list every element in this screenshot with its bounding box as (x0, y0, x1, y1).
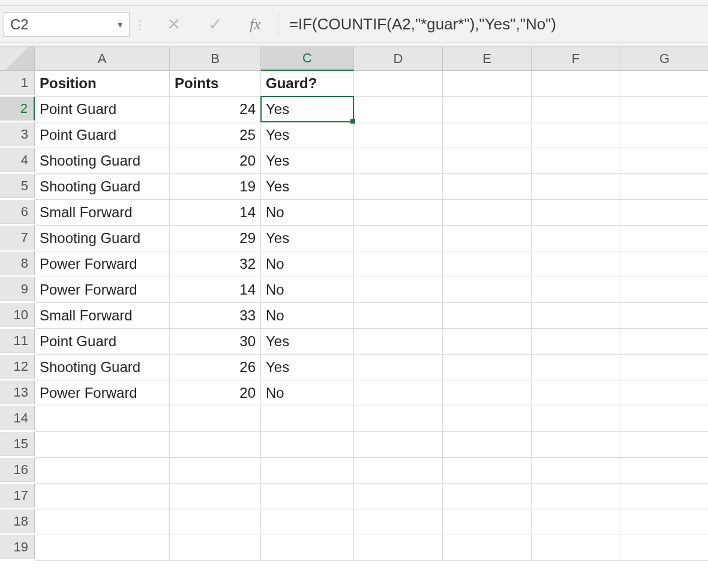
cell-C4[interactable]: Yes (261, 148, 354, 174)
cell-C3[interactable]: Yes (261, 122, 354, 148)
cell-B2[interactable]: 24 (170, 97, 261, 122)
row-header-14[interactable]: 14 (0, 406, 35, 430)
cell-F14[interactable] (532, 406, 620, 432)
row-header-4[interactable]: 4 (0, 148, 35, 172)
column-header-C[interactable]: C (261, 47, 354, 71)
row-header-13[interactable]: 13 (0, 380, 35, 404)
cell-C19[interactable] (261, 535, 354, 561)
cell-G6[interactable] (620, 200, 708, 226)
accept-formula-button[interactable]: ✓ (208, 14, 222, 34)
cell-B17[interactable] (170, 484, 261, 509)
cell-C18[interactable] (261, 509, 354, 535)
column-header-D[interactable]: D (354, 47, 443, 71)
cell-E1[interactable] (443, 71, 532, 97)
cell-C2[interactable]: Yes (261, 97, 354, 122)
row-header-15[interactable]: 15 (0, 432, 35, 456)
cell-C12[interactable]: Yes (261, 355, 354, 380)
cell-B10[interactable]: 33 (170, 303, 261, 329)
cell-C14[interactable] (261, 406, 354, 432)
row-header-8[interactable]: 8 (0, 251, 35, 275)
cell-E9[interactable] (443, 277, 532, 303)
chevron-down-icon[interactable]: ▼ (116, 20, 124, 29)
cell-D1[interactable] (354, 71, 443, 97)
cell-A7[interactable]: Shooting Guard (35, 226, 170, 251)
cell-F5[interactable] (532, 174, 620, 200)
cell-B9[interactable]: 14 (170, 277, 261, 303)
cell-C8[interactable]: No (261, 251, 354, 277)
cell-B11[interactable]: 30 (170, 329, 261, 355)
select-all-corner[interactable] (0, 47, 35, 71)
column-header-E[interactable]: E (443, 47, 532, 71)
cell-E4[interactable] (443, 148, 532, 174)
row-header-5[interactable]: 5 (0, 174, 35, 198)
row-header-6[interactable]: 6 (0, 200, 35, 224)
cell-A10[interactable]: Small Forward (35, 303, 170, 329)
cell-G10[interactable] (620, 303, 708, 329)
cell-G7[interactable] (620, 226, 708, 251)
cell-A6[interactable]: Small Forward (35, 200, 170, 226)
cell-A11[interactable]: Point Guard (35, 329, 170, 355)
cell-F16[interactable] (532, 458, 620, 484)
cell-B7[interactable]: 29 (170, 226, 261, 251)
cell-D11[interactable] (354, 329, 443, 355)
cell-C16[interactable] (261, 458, 354, 484)
cell-F1[interactable] (532, 71, 620, 97)
cell-A13[interactable]: Power Forward (35, 380, 170, 406)
cell-A4[interactable]: Shooting Guard (35, 148, 170, 174)
cell-D2[interactable] (354, 97, 443, 122)
cell-G14[interactable] (620, 406, 708, 432)
cell-B14[interactable] (170, 406, 261, 432)
cell-C9[interactable]: No (261, 277, 354, 303)
cell-C11[interactable]: Yes (261, 329, 354, 355)
cell-B12[interactable]: 26 (170, 355, 261, 380)
row-header-10[interactable]: 10 (0, 303, 35, 327)
cell-D13[interactable] (354, 380, 443, 406)
cell-D16[interactable] (354, 458, 443, 484)
name-box[interactable]: C2 ▼ (4, 12, 130, 37)
cell-A8[interactable]: Power Forward (35, 251, 170, 277)
cell-D3[interactable] (354, 122, 443, 148)
cell-D18[interactable] (354, 509, 443, 535)
insert-function-button[interactable]: fx (250, 16, 261, 34)
row-header-19[interactable]: 19 (0, 535, 35, 559)
row-header-12[interactable]: 12 (0, 355, 35, 379)
cell-F17[interactable] (532, 484, 620, 509)
cell-F10[interactable] (532, 303, 620, 329)
cell-B13[interactable]: 20 (170, 380, 261, 406)
cell-F12[interactable] (532, 355, 620, 380)
row-header-17[interactable]: 17 (0, 484, 35, 508)
cell-B5[interactable]: 19 (170, 174, 261, 200)
column-header-A[interactable]: A (35, 47, 170, 71)
cell-E8[interactable] (443, 251, 532, 277)
cell-E13[interactable] (443, 380, 532, 406)
row-header-3[interactable]: 3 (0, 122, 35, 146)
cell-G19[interactable] (620, 535, 708, 561)
cell-E19[interactable] (443, 535, 532, 561)
column-header-G[interactable]: G (620, 47, 708, 71)
cell-D12[interactable] (354, 355, 443, 380)
cell-B3[interactable]: 25 (170, 122, 261, 148)
row-header-18[interactable]: 18 (0, 509, 35, 533)
cell-D19[interactable] (354, 535, 443, 561)
cell-E11[interactable] (443, 329, 532, 355)
cell-E3[interactable] (443, 122, 532, 148)
cell-G9[interactable] (620, 277, 708, 303)
cell-E15[interactable] (443, 432, 532, 458)
column-header-F[interactable]: F (532, 47, 620, 71)
cell-C10[interactable]: No (261, 303, 354, 329)
cell-G11[interactable] (620, 329, 708, 355)
cell-C15[interactable] (261, 432, 354, 458)
row-header-7[interactable]: 7 (0, 226, 35, 250)
cell-A14[interactable] (35, 406, 170, 432)
cell-D8[interactable] (354, 251, 443, 277)
cancel-formula-button[interactable]: ✕ (167, 14, 181, 34)
cell-F2[interactable] (532, 97, 620, 122)
cell-B4[interactable]: 20 (170, 148, 261, 174)
cell-E10[interactable] (443, 303, 532, 329)
cell-B6[interactable]: 14 (170, 200, 261, 226)
row-header-1[interactable]: 1 (0, 71, 35, 95)
cell-B16[interactable] (170, 458, 261, 484)
cell-F8[interactable] (532, 251, 620, 277)
cell-G2[interactable] (620, 97, 708, 122)
row-header-16[interactable]: 16 (0, 458, 35, 482)
